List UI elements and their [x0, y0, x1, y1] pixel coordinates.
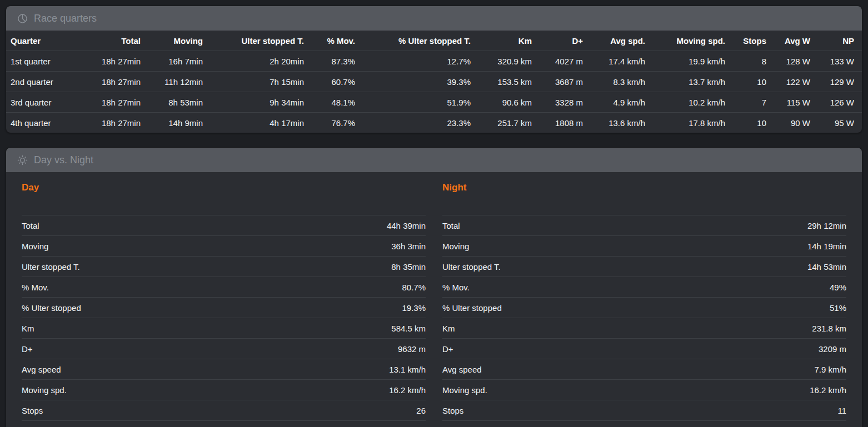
column-header-moving: Moving: [142, 31, 204, 51]
table-cell: 18h 27min: [87, 92, 142, 113]
pie-chart-icon: [17, 13, 28, 24]
table-cell: 23.3%: [357, 113, 472, 133]
stat-row: D+ 3209 m: [442, 339, 846, 359]
table-cell: 11h 12min: [142, 72, 204, 92]
night-column: Night Total 29h 12min Moving 14h 19min U…: [442, 181, 846, 421]
stat-label: Avg speed: [442, 365, 482, 374]
day-vs-night-header[interactable]: Day vs. Night: [6, 148, 862, 172]
stat-label: % Mov.: [442, 283, 470, 292]
table-cell: 129 W: [812, 72, 862, 92]
table-cell: 18h 27min: [87, 72, 142, 92]
table-cell: 153.5 km: [472, 72, 533, 92]
stat-value: 7.9 km/h: [814, 365, 846, 374]
stat-label: Moving: [22, 242, 48, 251]
stat-row: Total 29h 12min: [442, 215, 846, 236]
stat-value: 13.1 km/h: [389, 365, 426, 374]
table-cell: 8h 53min: [142, 92, 204, 113]
stat-value: 8h 35min: [391, 262, 426, 272]
stat-row: Ulter stopped T. 14h 53min: [442, 257, 846, 277]
stat-row: Moving 14h 19min: [442, 236, 846, 257]
table-row: 3rd quarter 18h 27min 8h 53min 9h 34min …: [6, 92, 862, 113]
table-cell: 251.7 km: [472, 113, 533, 133]
column-header-quarter: Quarter: [6, 31, 87, 51]
table-cell: 76.7%: [306, 113, 357, 133]
table-cell: 4th quarter: [6, 113, 87, 133]
stat-row: Total 44h 39min: [22, 215, 426, 236]
column-header-stops: Stops: [727, 31, 768, 51]
stat-row: Avg speed 13.1 km/h: [22, 359, 426, 380]
day-heading: Day: [22, 181, 426, 194]
stat-row: Avg speed 7.9 km/h: [442, 359, 846, 380]
table-cell: 17.8 km/h: [647, 113, 727, 133]
stat-label: % Ulter stopped: [442, 303, 502, 313]
table-cell: 4h 17min: [204, 113, 306, 133]
day-stat-list: Total 44h 39min Moving 36h 3min Ulter st…: [22, 215, 426, 421]
stat-value: 3209 m: [819, 344, 846, 354]
race-quarters-table: Quarter Total Moving Ulter stopped T. % …: [6, 31, 862, 133]
stat-label: D+: [442, 344, 453, 354]
stat-row: Stops 26: [22, 400, 426, 421]
column-header-total: Total: [87, 31, 142, 51]
stat-row: Ulter stopped T. 8h 35min: [22, 257, 426, 277]
table-cell: 19.9 km/h: [647, 51, 727, 72]
stat-row: % Mov. 49%: [442, 277, 846, 298]
stat-label: Avg speed: [22, 365, 61, 374]
table-cell: 2nd quarter: [6, 72, 87, 92]
table-cell: 128 W: [768, 51, 812, 72]
table-cell: 90.6 km: [472, 92, 533, 113]
race-quarters-header[interactable]: Race quarters: [6, 6, 862, 31]
table-cell: 12.7%: [357, 51, 472, 72]
table-cell: 90 W: [768, 113, 812, 133]
stat-row: % Ulter stopped 51%: [442, 298, 846, 318]
column-header-np: NP: [812, 31, 862, 51]
stat-value: 80.7%: [402, 283, 426, 292]
stat-label: Stops: [442, 406, 463, 415]
stat-label: D+: [22, 344, 33, 354]
stat-label: Km: [442, 324, 455, 333]
table-cell: 9h 34min: [204, 92, 306, 113]
table-cell: 10.2 km/h: [647, 92, 727, 113]
table-cell: 48.1%: [306, 92, 357, 113]
stat-row: D+ 9632 m: [22, 339, 426, 359]
stat-row: Moving 36h 3min: [22, 236, 426, 257]
table-cell: 126 W: [812, 92, 862, 113]
table-cell: 1st quarter: [6, 51, 87, 72]
stat-label: % Mov.: [22, 283, 49, 292]
table-cell: 115 W: [768, 92, 812, 113]
stat-value: 49%: [830, 283, 846, 292]
table-cell: 17.4 km/h: [585, 51, 647, 72]
stat-row: Stops 11: [442, 400, 846, 421]
stat-value: 51%: [830, 303, 846, 313]
day-column: Day Total 44h 39min Moving 36h 3min Ulte…: [22, 181, 426, 421]
stat-row: Km 231.8 km: [442, 318, 846, 339]
sun-icon: [17, 154, 28, 166]
stat-value: 231.8 km: [812, 324, 846, 333]
table-cell: 7: [727, 92, 768, 113]
stat-value: 14h 53min: [807, 262, 846, 272]
table-cell: 3687 m: [533, 72, 585, 92]
table-cell: 2h 20min: [204, 51, 306, 72]
stat-value: 9632 m: [398, 344, 426, 354]
stat-value: 44h 39min: [387, 221, 426, 230]
day-vs-night-panel: Day vs. Night Day Total 44h 39min Moving…: [6, 147, 862, 427]
stat-row: Km 584.5 km: [22, 318, 426, 339]
column-header-pct-ulter-stopped: % Ulter stopped T.: [357, 31, 472, 51]
table-row: 2nd quarter 18h 27min 11h 12min 7h 15min…: [6, 72, 862, 92]
column-header-dplus: D+: [533, 31, 585, 51]
table-cell: 133 W: [812, 51, 862, 72]
stat-label: Total: [22, 221, 39, 230]
table-cell: 10: [727, 113, 768, 133]
table-cell: 13.6 km/h: [585, 113, 647, 133]
table-cell: 3rd quarter: [6, 92, 87, 113]
table-row: 1st quarter 18h 27min 16h 7min 2h 20min …: [6, 51, 862, 72]
table-cell: 122 W: [768, 72, 812, 92]
column-header-km: Km: [472, 31, 533, 51]
table-row: 4th quarter 18h 27min 14h 9min 4h 17min …: [6, 113, 862, 133]
table-header-row: Quarter Total Moving Ulter stopped T. % …: [6, 31, 862, 51]
table-cell: 14h 9min: [142, 113, 204, 133]
race-quarters-panel: Race quarters Quarter Total Moving Ulter…: [6, 6, 862, 133]
column-header-moving-spd: Moving spd.: [647, 31, 727, 51]
stat-row: Moving spd. 16.2 km/h: [442, 380, 846, 400]
table-cell: 95 W: [812, 113, 862, 133]
stat-label: Stops: [22, 406, 43, 415]
